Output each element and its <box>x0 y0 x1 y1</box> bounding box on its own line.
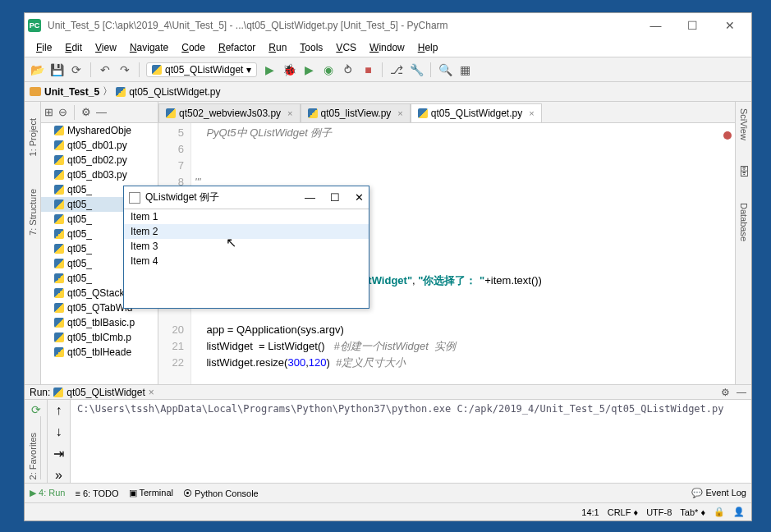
tree-item[interactable]: qt05_tblBasic.p <box>41 315 158 330</box>
caret-position[interactable]: 14:1 <box>581 507 599 517</box>
save-icon[interactable]: 💾 <box>49 62 64 77</box>
tab-label: qt502_webviewJs03.py <box>179 108 281 119</box>
run-output[interactable]: C:\Users\tssh\AppData\Local\Programs\Pyt… <box>71 400 751 483</box>
list-item[interactable]: Item 1 <box>124 209 369 224</box>
lock-icon[interactable]: 🔒 <box>714 507 725 517</box>
tree-item[interactable]: qt05_db02.py <box>41 153 158 167</box>
editor-tab[interactable]: qt502_webviewJs03.py× <box>158 103 301 122</box>
project-tool-button[interactable]: 1: Project <box>28 118 38 156</box>
list-item[interactable]: Item 3 <box>124 239 369 254</box>
debug-icon[interactable]: 🐞 <box>282 62 296 77</box>
attach-icon[interactable]: ⥁ <box>341 62 356 77</box>
database-tool-button[interactable]: Database <box>739 203 749 241</box>
python-icon <box>152 65 162 75</box>
more-icon[interactable]: ▦ <box>457 62 472 77</box>
run-tool-button[interactable]: ▶ 4: Run <box>30 488 65 498</box>
list-item[interactable]: Item 2 <box>124 224 369 239</box>
collapse-icon[interactable]: ⊖ <box>58 106 67 118</box>
menu-refactor[interactable]: Refactor <box>212 40 262 55</box>
locate-icon[interactable]: ⊞ <box>44 106 53 118</box>
hide-icon[interactable]: — <box>737 387 746 398</box>
dialog-minimize-button[interactable]: — <box>305 191 315 204</box>
menu-edit[interactable]: Edit <box>58 40 89 55</box>
gear-icon[interactable]: ⚙ <box>721 387 730 398</box>
python-icon <box>418 108 428 118</box>
menu-tools[interactable]: Tools <box>293 40 329 55</box>
close-tab-icon[interactable]: × <box>529 108 534 118</box>
rerun-icon[interactable]: ⟳ <box>31 403 41 416</box>
left-toolwindow-bar: 1: Project 7: Structure <box>25 102 41 384</box>
breadcrumb-file[interactable]: qt05_QListWidget.py <box>129 86 220 98</box>
favorites-tool-button[interactable]: 2: Favorites <box>28 433 38 479</box>
menu-help[interactable]: Help <box>411 40 445 55</box>
list-item[interactable]: Item 4 <box>124 254 369 268</box>
tree-item[interactable]: qt05_db01.py <box>41 138 158 153</box>
profile-icon[interactable]: ◉ <box>321 62 336 77</box>
run-panel-tab[interactable]: qt05_QListWidget <box>67 387 145 398</box>
tree-item-label: qt05_ <box>67 243 92 255</box>
qlistwidget-dialog: QListwidget 例子 — ☐ ✕ Item 1Item 2Item 3I… <box>123 186 369 309</box>
stop-icon[interactable]: ■ <box>360 62 375 77</box>
tree-item-label: MysharedObje <box>67 125 131 136</box>
editor-tab[interactable]: qt05_QListWidget.py× <box>411 103 542 122</box>
gear-icon[interactable]: ⚙ <box>81 106 91 118</box>
refresh-icon[interactable]: ⟳ <box>69 62 84 77</box>
dialog-list[interactable]: Item 1Item 2Item 3Item 4 <box>124 209 369 268</box>
file-encoding[interactable]: UTF-8 <box>646 507 672 517</box>
tree-item[interactable]: qt05_tblHeade <box>41 345 158 360</box>
breadcrumb-project[interactable]: Unit_Test_5 <box>44 86 99 98</box>
menu-view[interactable]: View <box>89 40 123 55</box>
run-left-bar-2: ↑ ↓ ⇥ » <box>48 400 71 483</box>
breadcrumb: Unit_Test_5 〉 qt05_QListWidget.py <box>25 82 751 102</box>
database-icon[interactable]: 🗄 <box>738 165 750 178</box>
todo-tool-button[interactable]: ≡ 6: TODO <box>75 488 118 498</box>
open-icon[interactable]: 📂 <box>30 62 44 77</box>
python-icon <box>54 244 64 254</box>
python-icon <box>54 303 64 313</box>
tree-item[interactable]: qt05_db03.py <box>41 167 158 182</box>
coverage-icon[interactable]: ▶ <box>301 62 316 77</box>
python-icon <box>54 170 64 180</box>
editor-tabs: qt502_webviewJs03.py×qt05_listView.py×qt… <box>158 102 735 123</box>
editor-tab[interactable]: qt05_listView.py× <box>301 103 411 122</box>
menu-code[interactable]: Code <box>175 40 212 55</box>
structure-tool-button[interactable]: 7: Structure <box>28 189 38 236</box>
search-icon[interactable]: 🔍 <box>438 62 452 77</box>
error-indicator-icon[interactable] <box>723 131 732 140</box>
run-icon[interactable]: ▶ <box>262 62 277 77</box>
vcs-icon[interactable]: ⎇ <box>389 62 404 77</box>
tree-item[interactable]: MysharedObje <box>41 123 158 138</box>
settings-icon[interactable]: 🔧 <box>409 62 424 77</box>
menu-file[interactable]: File <box>30 40 58 55</box>
event-log-button[interactable]: 💬 Event Log <box>691 488 746 498</box>
up-icon[interactable]: ↑ <box>56 403 62 418</box>
dialog-title-text: QListwidget 例子 <box>145 190 219 204</box>
tree-item[interactable]: qt05_tblCmb.p <box>41 330 158 345</box>
inspect-icon[interactable]: 👤 <box>733 507 745 517</box>
python-console-tool-button[interactable]: ⦿ Python Console <box>183 488 259 498</box>
minimize-button[interactable]: — <box>637 14 674 37</box>
sciview-tool-button[interactable]: SciView <box>739 108 749 140</box>
redo-icon[interactable]: ↷ <box>117 62 132 77</box>
hide-icon[interactable]: — <box>96 106 107 118</box>
menu-navigate[interactable]: Navigate <box>123 40 175 55</box>
wrap-icon[interactable]: ⇥ <box>53 446 64 461</box>
menu-run[interactable]: Run <box>262 40 293 55</box>
dialog-titlebar[interactable]: QListwidget 例子 — ☐ ✕ <box>124 186 369 209</box>
maximize-button[interactable]: ☐ <box>674 14 711 37</box>
close-button[interactable]: ✕ <box>711 14 748 37</box>
terminal-tool-button[interactable]: ▣ Terminal <box>129 488 173 498</box>
close-tab-icon[interactable]: × <box>149 387 154 398</box>
indent-setting[interactable]: Tab* ♦ <box>680 507 705 517</box>
menu-window[interactable]: Window <box>363 40 411 55</box>
down-icon[interactable]: ↓ <box>56 424 62 439</box>
line-separator[interactable]: CRLF ♦ <box>608 507 638 517</box>
run-config-selector[interactable]: qt05_QListWidget ▾ <box>146 62 257 77</box>
dialog-close-button[interactable]: ✕ <box>355 191 364 204</box>
close-tab-icon[interactable]: × <box>287 108 292 118</box>
menu-vcs[interactable]: VCS <box>329 40 363 55</box>
dialog-maximize-button[interactable]: ☐ <box>330 191 340 204</box>
more-icon[interactable]: » <box>55 468 62 483</box>
undo-icon[interactable]: ↶ <box>98 62 112 77</box>
close-tab-icon[interactable]: × <box>397 108 402 118</box>
